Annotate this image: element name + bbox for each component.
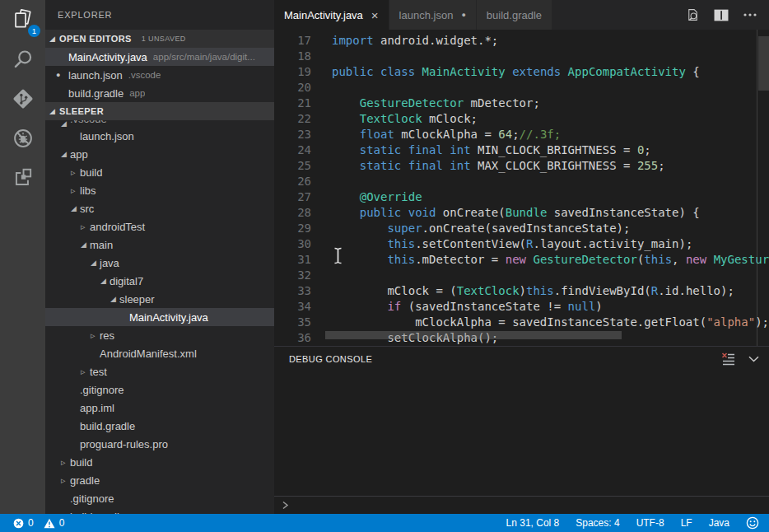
open-editor-launch-json[interactable]: ●launch.json.vscode [45, 66, 274, 84]
code-token: TextClock [360, 112, 422, 125]
tree-item-label: app.iml [80, 402, 114, 414]
tree-item-res[interactable]: ▹res [45, 326, 274, 344]
open-editor-detail: app/src/main/java/digit... [153, 52, 255, 62]
tree-item-label: .gitignore [70, 492, 114, 505]
open-editors-label: OPEN EDITORS [59, 34, 132, 44]
tree-item-gradle[interactable]: ▹gradle [45, 471, 274, 489]
horizontal-scrollbar[interactable] [325, 331, 622, 339]
chevron-expanded-icon: ◢ [91, 259, 100, 267]
code-line: 32 [274, 268, 769, 283]
code-token: mClock; [422, 112, 478, 125]
tree-item-libs[interactable]: ▹libs [45, 181, 274, 199]
more-actions-icon[interactable] [743, 12, 757, 17]
debug-console-output [274, 371, 769, 496]
close-panel-chevron-icon[interactable] [748, 356, 759, 362]
code-line: 28 public void onCreate(Bundle savedInst… [274, 205, 769, 221]
code-token: if [387, 300, 401, 313]
prompt-chevron-icon [282, 498, 289, 513]
code-text: static final int MIN_CLOCK_BRIGHTNESS = … [325, 142, 651, 158]
activity-bar-search[interactable] [0, 40, 45, 79]
status-cursor-position[interactable]: Ln 31, Col 8 [506, 517, 560, 529]
code-token: new [686, 253, 706, 266]
tree-item-app-iml[interactable]: app.iml [45, 399, 274, 417]
editor-actions [685, 0, 769, 30]
folder-section-header[interactable]: ◢ SLEEPER [45, 102, 274, 120]
code-line: 34 if (savedInstanceState != null) [274, 299, 769, 315]
code-token: public void [360, 206, 436, 219]
tree-item-src[interactable]: ◢src [45, 199, 274, 217]
activity-bar-extensions[interactable] [0, 158, 45, 198]
dirty-tab-icon: ● [461, 11, 465, 19]
open-editor-mainactivity-java[interactable]: MainActivity.javaapp/src/main/java/digit… [45, 48, 274, 66]
problems-status[interactable]: 0 0 [0, 517, 64, 529]
tree-item-proguard-rules-pro[interactable]: proguard-rules.pro [45, 435, 274, 453]
tree-item-sleeper[interactable]: ◢sleeper [45, 290, 274, 308]
code-line: 21 GestureDetector mDetector; [274, 96, 769, 111]
code-text: mClock = (TextClock)this.findViewById(R.… [325, 283, 734, 299]
code-text [325, 80, 332, 96]
file-search-icon[interactable] [685, 7, 700, 22]
code-line: 35 mClockAlpha = savedInstanceState.getF… [274, 315, 769, 330]
scrollbar-thumb[interactable] [758, 36, 769, 91]
tree-item-label: build.gradle [80, 420, 135, 432]
split-editor-icon[interactable] [714, 9, 729, 21]
debug-console-input[interactable] [274, 496, 769, 514]
line-number: 19 [274, 64, 325, 80]
tree-item-label: java [100, 257, 119, 269]
tree-item-androidmanifest-xml[interactable]: AndroidManifest.xml [45, 344, 274, 362]
chevron-expanded-icon: ◢ [81, 240, 90, 249]
tab-launch-json[interactable]: launch.json● [389, 0, 477, 30]
clear-console-icon[interactable] [721, 352, 735, 366]
line-number: 23 [274, 127, 325, 142]
activity-bar-debug[interactable] [0, 119, 45, 158]
tree-item-launch-json[interactable]: launch.json [45, 127, 274, 145]
status-eol[interactable]: LF [681, 517, 692, 529]
open-editor-name: launch.json [68, 69, 123, 82]
code-editor[interactable]: 17import android.widget.*;1819public cla… [274, 30, 769, 346]
status-indentation[interactable]: Spaces: 4 [576, 517, 619, 529]
code-token: MainActivity [422, 65, 506, 78]
code-token [332, 128, 360, 141]
tree-item-label: AndroidManifest.xml [100, 348, 197, 360]
tree-item-label: test [90, 366, 107, 378]
open-editor-build-gradle[interactable]: build.gradleapp [45, 84, 274, 102]
line-number: 28 [274, 205, 325, 221]
tree-item-gitignore[interactable]: .gitignore [45, 489, 274, 507]
code-line: 18 [274, 49, 769, 64]
feedback-smiley-icon[interactable] [746, 516, 759, 530]
status-encoding[interactable]: UTF-8 [636, 517, 664, 529]
tree-item-app[interactable]: ◢app [45, 145, 274, 163]
panel-tab-debug-console[interactable]: DEBUG CONSOLE [289, 354, 372, 364]
chevron-collapsed-icon: ▹ [81, 366, 90, 377]
open-editors-header[interactable]: ◢ OPEN EDITORS 1 UNSAVED [45, 30, 274, 48]
tree-item-mainactivity-java[interactable]: MainActivity.java [45, 308, 274, 326]
warnings-icon [44, 518, 55, 529]
tree-item-build[interactable]: ▹build [45, 163, 274, 181]
vertical-scrollbar[interactable] [757, 30, 769, 346]
tab-build-gradle[interactable]: build.gradle [477, 0, 552, 30]
code-token: .findViewById( [554, 284, 651, 297]
line-number: 22 [274, 111, 325, 127]
tab-mainactivity-java[interactable]: MainActivity.java× [274, 0, 389, 30]
activity-bar-source-control[interactable] [0, 79, 45, 119]
tree-item-digital7[interactable]: ◢digital7 [45, 272, 274, 290]
activity-bar-explorer[interactable]: 1 [0, 0, 45, 40]
close-tab-icon[interactable]: × [371, 9, 379, 21]
tree-item-gitignore[interactable]: .gitignore [45, 380, 274, 399]
chevron-collapsed-icon: ▹ [61, 475, 70, 486]
code-token [332, 190, 360, 203]
tree-item-main[interactable]: ◢main [45, 236, 274, 254]
tree-item-vscode[interactable]: ◢.vscode [45, 120, 274, 127]
code-token [332, 159, 360, 172]
code-token: { [686, 65, 700, 78]
tree-item-build-gradle[interactable]: build.gradle [45, 417, 274, 435]
tree-item-label: sleeper [119, 293, 155, 306]
tree-item-test[interactable]: ▹test [45, 362, 274, 380]
code-token: static final int [360, 159, 471, 172]
tree-item-androidtest[interactable]: ▹androidTest [45, 217, 274, 236]
status-language-mode[interactable]: Java [709, 517, 729, 529]
tree-item-java[interactable]: ◢java [45, 254, 274, 272]
tree-item-build-gradle[interactable]: build.gradle [45, 507, 274, 514]
tree-item-build[interactable]: ▹build [45, 453, 274, 471]
tree-item-label: gradle [70, 474, 100, 487]
